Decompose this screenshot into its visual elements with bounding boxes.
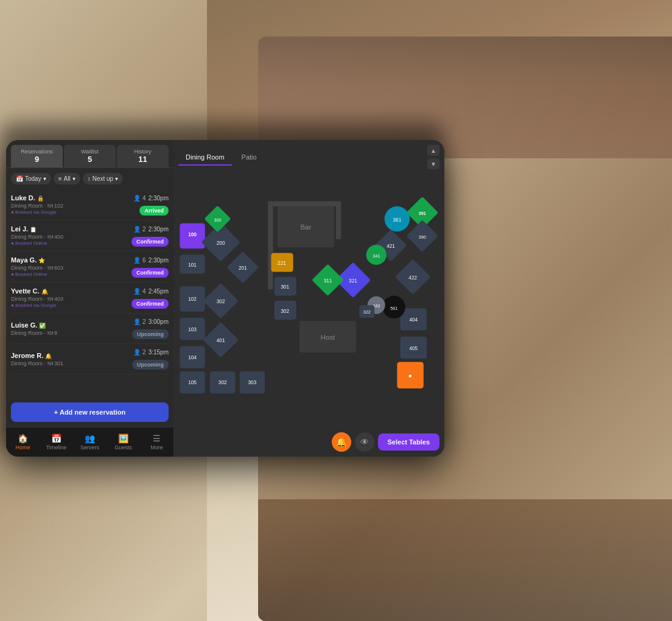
svg-rect-1 bbox=[268, 202, 273, 290]
svg-text:421: 421 bbox=[387, 244, 395, 249]
select-tables-button[interactable]: Select Tables bbox=[378, 433, 440, 451]
list-item[interactable]: Luise G. ✅ Dining Room · 🍽 8 👤 2 3:00pm … bbox=[11, 314, 169, 344]
add-reservation-button[interactable]: + Add new reservation bbox=[11, 402, 169, 422]
bottom-navigation: 🏠 Home 📅 Timeline 👥 Servers 🖼️ Guests ☰ … bbox=[6, 427, 173, 457]
svg-text:361: 361 bbox=[393, 217, 401, 223]
tablet-device: Reservations 9 Waitlist 5 History 11 📅 T… bbox=[6, 140, 444, 457]
svg-text:Bar: Bar bbox=[300, 223, 311, 231]
svg-text:102: 102 bbox=[188, 296, 197, 302]
collapse-up-button[interactable]: ▲ bbox=[427, 145, 439, 156]
list-item[interactable]: Lei J. 📋 Dining Room · 🍽 400 ● Booked On… bbox=[11, 220, 169, 251]
svg-rect-3 bbox=[336, 202, 341, 239]
svg-text:301: 301 bbox=[281, 284, 289, 290]
reservations-panel: Reservations 9 Waitlist 5 History 11 📅 T… bbox=[6, 140, 173, 457]
floor-plan-area: Bar Host 391 390 100 101 bbox=[173, 170, 444, 427]
svg-text:302: 302 bbox=[219, 380, 227, 385]
floor-tab-patio[interactable]: Patio bbox=[234, 150, 264, 166]
tab-waitlist[interactable]: Waitlist 5 bbox=[64, 145, 116, 167]
view-toggle-button[interactable]: 👁 bbox=[355, 432, 374, 452]
status-badge: Arrived bbox=[139, 206, 169, 216]
svg-text:405: 405 bbox=[409, 346, 418, 351]
filter-today[interactable]: 📅 Today ▾ bbox=[11, 173, 51, 184]
svg-text:Host: Host bbox=[321, 334, 335, 341]
floor-plan-panel: Dining Room Patio ▲ ▼ Bar bbox=[173, 140, 444, 457]
status-badge: Upcoming bbox=[132, 360, 169, 370]
status-badge: Confirmed bbox=[131, 299, 169, 309]
list-item[interactable]: Luke D. 🔒 Dining Room · 🍽 102 ● Booked v… bbox=[11, 189, 169, 220]
svg-text:390: 390 bbox=[419, 234, 426, 240]
svg-text:321: 321 bbox=[349, 278, 357, 284]
svg-text:422: 422 bbox=[408, 275, 417, 281]
svg-text:302: 302 bbox=[281, 309, 289, 314]
nav-home[interactable]: 🏠 Home bbox=[6, 431, 40, 453]
list-item[interactable]: Maya G. ⭐ Dining Room · 🍽 603 ● Booked O… bbox=[11, 251, 169, 282]
filter-bar: 📅 Today ▾ ≡ All ▾ ↕ Next up ▾ bbox=[6, 168, 173, 189]
status-badge: Confirmed bbox=[131, 268, 169, 278]
collapse-down-button[interactable]: ▼ bbox=[427, 158, 439, 169]
svg-text:311: 311 bbox=[324, 278, 332, 284]
status-badge: Confirmed bbox=[131, 237, 169, 247]
svg-text:341: 341 bbox=[373, 253, 380, 259]
svg-text:391: 391 bbox=[419, 211, 426, 216]
panel-tabs: Reservations 9 Waitlist 5 History 11 bbox=[6, 140, 173, 168]
status-badge: Upcoming bbox=[132, 329, 169, 339]
svg-text:561: 561 bbox=[390, 306, 397, 311]
nav-guests[interactable]: 🖼️ Guests bbox=[107, 431, 140, 453]
nav-more[interactable]: ☰ More bbox=[140, 431, 173, 453]
svg-text:103: 103 bbox=[188, 327, 197, 332]
nav-servers[interactable]: 👥 Servers bbox=[73, 431, 107, 453]
reservation-list: Luke D. 🔒 Dining Room · 🍽 102 ● Booked v… bbox=[6, 189, 173, 398]
tab-history[interactable]: History 11 bbox=[117, 145, 169, 167]
floor-tab-dining-room[interactable]: Dining Room bbox=[178, 150, 232, 166]
floor-plan-svg: Bar Host 391 390 100 101 bbox=[173, 170, 444, 427]
nav-timeline[interactable]: 📅 Timeline bbox=[40, 431, 73, 453]
filter-next-up[interactable]: ↕ Next up ▾ bbox=[83, 173, 123, 184]
svg-text:101: 101 bbox=[188, 262, 197, 268]
svg-text:200: 200 bbox=[217, 240, 225, 246]
svg-text:100: 100 bbox=[188, 232, 197, 237]
floor-plan-tabs: Dining Room Patio ▲ ▼ bbox=[173, 140, 444, 170]
filter-all[interactable]: ≡ All ▾ bbox=[54, 173, 80, 184]
svg-text:401: 401 bbox=[217, 338, 225, 343]
list-item[interactable]: Yvette C. 🔔 Dining Room · 🍽 403 ● Booked… bbox=[11, 282, 169, 314]
notification-button[interactable]: 🔔 bbox=[332, 432, 351, 452]
svg-text:104: 104 bbox=[188, 355, 197, 360]
svg-text:404: 404 bbox=[409, 317, 418, 323]
floor-plan-bottom-bar: 🔔 👁 Select Tables bbox=[173, 427, 444, 457]
list-item[interactable]: Jerome R. 🔔 Dining Room · 🍽 301 👤 2 3:15… bbox=[11, 344, 169, 374]
svg-text:221: 221 bbox=[278, 261, 286, 266]
svg-text:■: ■ bbox=[409, 373, 412, 379]
svg-text:322: 322 bbox=[363, 309, 371, 315]
svg-text:303: 303 bbox=[248, 380, 256, 385]
svg-text:302: 302 bbox=[217, 299, 225, 304]
tab-reservations[interactable]: Reservations 9 bbox=[11, 145, 63, 167]
svg-rect-2 bbox=[273, 202, 336, 206]
svg-text:105: 105 bbox=[188, 380, 197, 385]
svg-text:201: 201 bbox=[239, 265, 247, 271]
svg-text:300: 300 bbox=[214, 217, 221, 223]
